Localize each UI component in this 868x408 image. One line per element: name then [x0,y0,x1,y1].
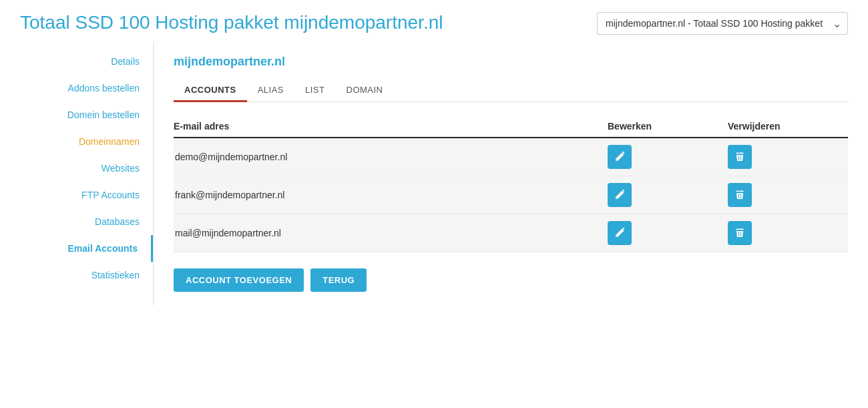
edit-button[interactable] [608,183,632,207]
email-cell: demo@mijndemopartner.nl [174,152,608,162]
sidebar-item-email-accounts[interactable]: Email Accounts [0,235,153,262]
verwijderen-cell [728,145,848,169]
col-header-email: E-mail adres [174,121,608,132]
verwijderen-cell [728,221,848,245]
table-header: E-mail adres Bewerken Verwijderen [174,116,848,138]
tab-list[interactable]: LIST [294,79,335,102]
sidebar-item-statistieken[interactable]: Statistieken [0,262,153,288]
edit-button[interactable] [608,221,632,245]
tabs-container: ACCOUNTSALIASLISTDOMAIN [174,79,848,102]
actions-row: ACCOUNT TOEVOEGEN TERUG [174,268,848,292]
email-table: E-mail adres Bewerken Verwijderen demo@m… [174,116,848,252]
email-cell: mail@mijndemopartner.nl [174,228,608,238]
bewerken-cell [608,183,728,207]
sidebar-item-domein-bestellen[interactable]: Domein bestellen [0,101,153,128]
page-title: Totaal SSD 100 Hosting pakket mijndemopa… [20,12,443,33]
sidebar-item-ftp-accounts[interactable]: FTP Accounts [0,182,153,208]
sidebar: DetailsAddons bestellenDomein bestellenD… [0,41,154,305]
content-area: mijndemopartner.nl ACCOUNTSALIASLISTDOMA… [154,41,868,305]
add-account-button[interactable]: ACCOUNT TOEVOEGEN [174,268,304,292]
delete-button[interactable] [728,145,752,169]
page-header: Totaal SSD 100 Hosting pakket mijndemopa… [0,0,868,41]
domain-name-heading: mijndemopartner.nl [174,55,848,69]
sidebar-item-addons-bestellen[interactable]: Addons bestellen [0,75,153,101]
table-row: frank@mijndemopartner.nl [174,176,848,214]
edit-button[interactable] [608,145,632,169]
col-header-bewerken: Bewerken [608,121,728,132]
main-content: DetailsAddons bestellenDomein bestellenD… [0,41,868,305]
delete-button[interactable] [728,183,752,207]
tab-alias[interactable]: ALIAS [247,79,294,102]
domain-dropdown[interactable]: mijndemopartner.nl - Totaal SSD 100 Host… [597,12,848,35]
verwijderen-cell [728,183,848,207]
bewerken-cell [608,145,728,169]
table-row: mail@mijndemopartner.nl [174,214,848,252]
table-row: demo@mijndemopartner.nl [174,138,848,176]
domain-dropdown-container: mijndemopartner.nl - Totaal SSD 100 Host… [597,12,848,35]
bewerken-cell [608,221,728,245]
delete-button[interactable] [728,221,752,245]
sidebar-item-websites[interactable]: Websites [0,155,153,182]
col-header-verwijderen: Verwijderen [728,121,848,132]
sidebar-item-details[interactable]: Details [0,48,153,75]
sidebar-item-domeinnamen[interactable]: Domeinnamen [0,128,153,155]
tab-accounts[interactable]: ACCOUNTS [174,79,247,102]
tab-domain[interactable]: DOMAIN [336,79,394,102]
email-cell: frank@mijndemopartner.nl [174,190,608,200]
back-button[interactable]: TERUG [310,268,367,292]
sidebar-item-databases[interactable]: Databases [0,208,153,235]
